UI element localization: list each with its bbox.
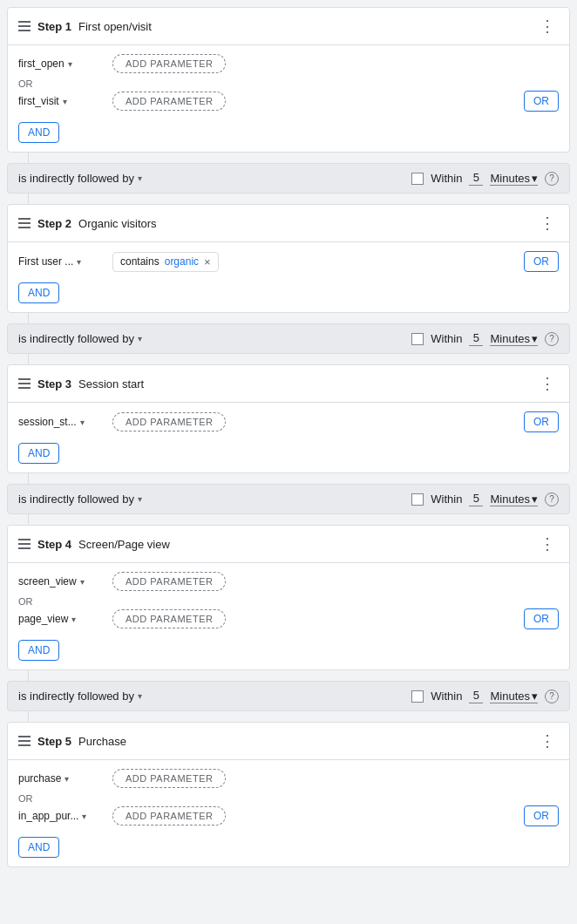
add-parameter-button[interactable]: ADD PARAMETER (112, 54, 226, 73)
drag-handle-icon[interactable] (18, 736, 31, 746)
and-button[interactable]: AND (18, 837, 59, 858)
add-parameter-button[interactable]: ADD PARAMETER (112, 769, 226, 788)
and-button[interactable]: AND (18, 282, 59, 303)
more-options-icon[interactable]: ⋮ (536, 534, 559, 554)
connector-label: is indirectly followed by (18, 690, 134, 703)
chevron-down-icon: ▾ (138, 494, 142, 504)
chip-contains-label: contains (120, 255, 160, 268)
within-checkbox[interactable] (411, 493, 424, 506)
connector-line-top (28, 670, 29, 681)
step-header-4: Step 4Screen/Page view⋮ (8, 526, 569, 563)
drag-handle-icon[interactable] (18, 539, 31, 549)
connector-label: is indirectly followed by (18, 332, 134, 345)
within-number[interactable]: 5 (469, 331, 483, 346)
step-header-5: Step 5Purchase⋮ (8, 723, 569, 760)
event-row: in_app_pur...▾ADD PARAMETEROR (18, 805, 559, 826)
help-icon[interactable]: ? (545, 493, 559, 506)
step-body-3: session_st...▾ADD PARAMETERORAND (8, 403, 569, 472)
event-select[interactable]: page_view▾ (18, 613, 105, 625)
more-options-icon[interactable]: ⋮ (536, 214, 559, 233)
within-checkbox[interactable] (411, 333, 424, 345)
step-label-3: Step 3 (37, 377, 71, 391)
step-body-1: first_open▾ADD PARAMETERORfirst_visit▾AD… (8, 45, 569, 152)
event-select[interactable]: purchase▾ (18, 772, 105, 785)
drag-handle-icon[interactable] (18, 218, 31, 228)
connector-line-bottom (28, 194, 29, 204)
within-checkbox[interactable] (411, 690, 424, 703)
filter-chip[interactable]: contains organic× (112, 252, 219, 272)
connector-line-bottom (28, 514, 29, 525)
chevron-down-icon: ▾ (138, 334, 142, 343)
more-options-icon[interactable]: ⋮ (536, 374, 559, 393)
event-name: first_open (18, 58, 64, 70)
or-label: OR (18, 596, 559, 607)
step-title-1: First open/visit (78, 20, 152, 33)
or-button[interactable]: OR (524, 608, 559, 629)
help-icon[interactable]: ? (545, 332, 559, 346)
within-unit-select[interactable]: Minutes▾ (490, 332, 538, 346)
connector-select[interactable]: is indirectly followed by▾ (18, 493, 142, 506)
event-select[interactable]: first_visit▾ (18, 95, 105, 107)
chevron-down-icon: ▾ (138, 691, 142, 701)
or-button[interactable]: OR (524, 411, 559, 432)
or-button[interactable]: OR (524, 251, 559, 272)
chevron-down-icon: ▾ (63, 97, 67, 106)
drag-handle-icon[interactable] (18, 378, 31, 389)
within-unit-select[interactable]: Minutes▾ (490, 690, 538, 703)
within-number[interactable]: 5 (469, 492, 483, 506)
connector-line-top (28, 153, 29, 163)
event-name: purchase (18, 772, 61, 785)
within-number[interactable]: 5 (469, 689, 483, 703)
more-options-icon[interactable]: ⋮ (536, 731, 559, 751)
help-icon[interactable]: ? (545, 172, 559, 186)
step-title-5: Purchase (78, 735, 126, 748)
event-select[interactable]: session_st...▾ (18, 416, 105, 428)
add-parameter-button[interactable]: ADD PARAMETER (112, 609, 226, 628)
chevron-down-icon: ▾ (77, 257, 81, 267)
within-label: Within (431, 172, 462, 185)
chevron-down-icon: ▾ (532, 172, 538, 185)
chevron-down-icon: ▾ (80, 577, 85, 587)
step-title-3: Session start (78, 377, 144, 391)
add-parameter-button[interactable]: ADD PARAMETER (112, 92, 226, 111)
step-label-5: Step 5 (37, 735, 71, 748)
within-checkbox[interactable] (411, 173, 424, 185)
event-name: screen_view (18, 575, 77, 588)
or-button[interactable]: OR (524, 91, 559, 112)
step-title-2: Organic visitors (78, 217, 157, 230)
event-select[interactable]: screen_view▾ (18, 575, 105, 588)
and-button[interactable]: AND (18, 640, 59, 661)
event-select[interactable]: first_open▾ (18, 58, 105, 70)
help-icon[interactable]: ? (545, 690, 559, 703)
chip-close-icon[interactable]: × (204, 255, 211, 268)
event-name: in_app_pur... (18, 810, 78, 822)
event-select[interactable]: First user ...▾ (18, 255, 105, 268)
and-button[interactable]: AND (18, 443, 59, 464)
connector-select[interactable]: is indirectly followed by▾ (18, 332, 142, 345)
chevron-down-icon: ▾ (532, 690, 538, 703)
step-header-1: Step 1First open/visit⋮ (8, 8, 569, 45)
event-select[interactable]: in_app_pur...▾ (18, 810, 105, 822)
event-row: first_visit▾ADD PARAMETEROR (18, 91, 559, 112)
connector-bar: is indirectly followed by▾Within5Minutes… (7, 163, 570, 194)
within-unit-select[interactable]: Minutes▾ (490, 493, 538, 506)
connector-select[interactable]: is indirectly followed by▾ (18, 172, 142, 185)
chevron-down-icon: ▾ (532, 332, 538, 345)
step-connector: is indirectly followed by▾Within5Minutes… (7, 670, 570, 722)
chevron-down-icon: ▾ (82, 812, 86, 821)
chevron-down-icon: ▾ (68, 59, 72, 69)
chip-value: organic (165, 255, 199, 268)
add-parameter-button[interactable]: ADD PARAMETER (112, 412, 226, 431)
connector-line-top (28, 473, 29, 484)
and-button[interactable]: AND (18, 122, 59, 143)
connector-select[interactable]: is indirectly followed by▾ (18, 690, 142, 703)
step-card-1: Step 1First open/visit⋮first_open▾ADD PA… (7, 7, 570, 153)
or-button[interactable]: OR (524, 805, 559, 826)
within-number[interactable]: 5 (469, 171, 483, 186)
add-parameter-button[interactable]: ADD PARAMETER (112, 572, 226, 591)
within-unit-select[interactable]: Minutes▾ (490, 172, 538, 186)
more-options-icon[interactable]: ⋮ (536, 17, 559, 36)
step-connector: is indirectly followed by▾Within5Minutes… (7, 153, 570, 204)
drag-handle-icon[interactable] (18, 21, 31, 31)
add-parameter-button[interactable]: ADD PARAMETER (112, 806, 226, 825)
